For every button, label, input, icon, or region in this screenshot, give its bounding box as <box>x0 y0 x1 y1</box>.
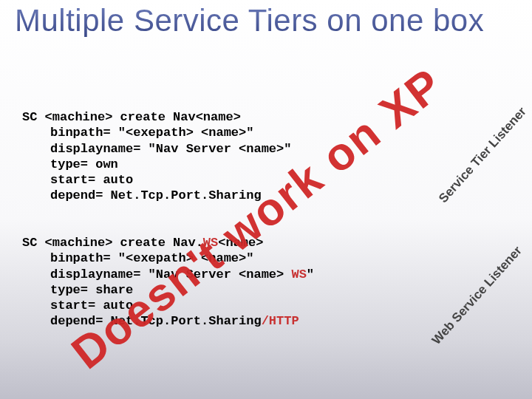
annotation-service-tier-listener: Service Tier Listener <box>436 104 530 205</box>
code-block-service-tier: SC <machine> create Nav<name> binpath= "… <box>22 109 291 204</box>
code-highlight: WS <box>203 236 218 250</box>
code-line: start= auto <box>22 298 314 313</box>
code-line: type= own <box>22 157 291 172</box>
code-line: displayname= "Nav Server <name>" <box>22 141 291 157</box>
code-highlight: /HTTP <box>262 314 299 328</box>
code-block-web-service: SC <machine> create Nav.WS<name> binpath… <box>22 235 314 330</box>
code-text: <name> <box>218 236 263 250</box>
code-line: depend= Net.Tcp.Port.Sharing <box>22 188 291 203</box>
code-line: SC <machine> create Nav<name> <box>22 110 241 124</box>
code-text: displayname= "Nav Server <name> <box>50 267 291 282</box>
code-line: depend= Net.Tcp.Port.Sharing/HTTP <box>22 313 314 329</box>
code-line: type= share <box>22 282 314 298</box>
code-highlight: WS <box>291 267 306 282</box>
code-text: SC <machine> create Nav. <box>22 236 203 250</box>
overlay-stamp-xp: Doesn't work on XP <box>61 58 452 379</box>
code-line: binpath= "<exepath> <name>" <box>22 125 291 140</box>
code-line: SC <machine> create Nav.WS<name> <box>22 236 263 250</box>
code-text: depend= Net.Tcp.Port.Sharing <box>50 314 262 328</box>
code-line: displayname= "Nav Server <name> WS" <box>22 267 314 282</box>
annotation-web-service-listener: Web Service Listener <box>429 244 525 348</box>
code-line: binpath= "<exepath> <name>" <box>22 250 314 266</box>
code-text: " <box>307 267 314 282</box>
code-line: start= auto <box>22 172 291 188</box>
slide-title: Multiple Service Tiers on one box <box>15 4 517 37</box>
